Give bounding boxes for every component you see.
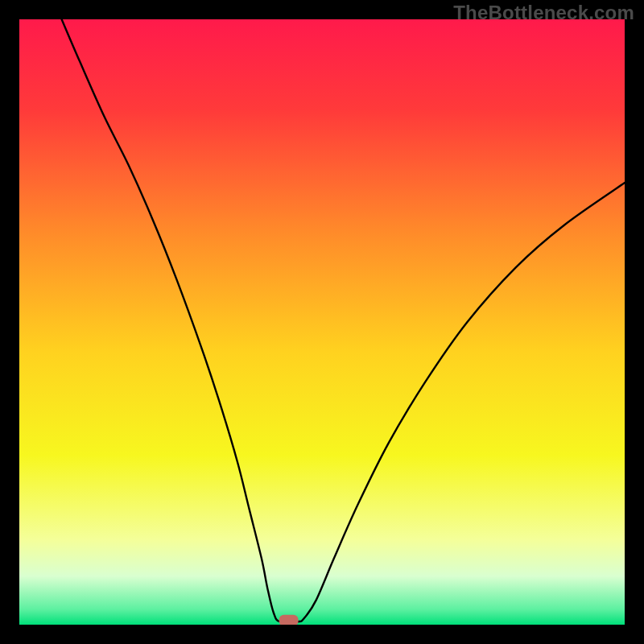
- gradient-background: [19, 19, 625, 625]
- chart-frame: TheBottleneck.com: [0, 0, 644, 644]
- bottleneck-chart: [19, 19, 625, 625]
- optimal-marker: [279, 615, 299, 625]
- plot-area: [19, 19, 625, 625]
